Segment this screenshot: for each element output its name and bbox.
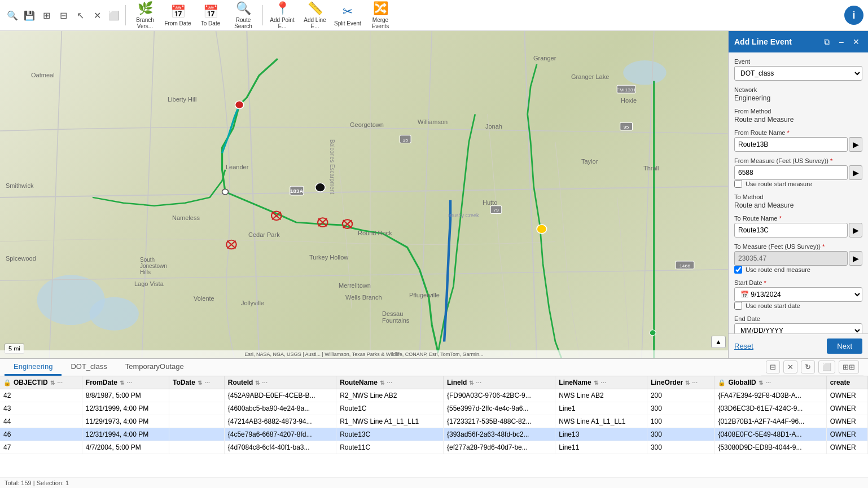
map-label-brush-creek: Brushy Creek xyxy=(448,213,479,218)
sort-lineid[interactable]: ⇅ xyxy=(469,380,474,386)
split-tool-btn[interactable]: ⊟ xyxy=(55,7,71,23)
more-routeid[interactable]: ⋯ xyxy=(262,380,268,386)
panel-restore-btn[interactable]: ⧉ xyxy=(821,36,833,48)
sort-fromdate[interactable]: ⇅ xyxy=(120,380,124,386)
table-container[interactable]: 🔒 OBJECTID ⇅ ⋯ FromDate ⇅ ⋯ ToDate xyxy=(0,376,868,477)
add-line-event-btn[interactable]: 📏 Add Line E... xyxy=(299,2,331,28)
more-objectid[interactable]: ⋯ xyxy=(57,380,63,386)
save-tool-btn[interactable]: 💾 xyxy=(21,7,37,23)
select-tool-btn[interactable]: ↖ xyxy=(72,7,88,23)
reset-btn[interactable]: Reset xyxy=(734,342,753,350)
table-row[interactable]: 474/7/2004, 5:00 PM{4d7084c8-6cf4-40f1-b… xyxy=(0,441,868,454)
filter-btn[interactable]: ⊟ xyxy=(766,360,780,373)
use-route-start-measure-checkbox[interactable] xyxy=(734,180,742,188)
more-todate[interactable]: ⋯ xyxy=(204,380,210,386)
use-route-start-date-label[interactable]: Use route start date xyxy=(746,302,800,309)
attribution-text: Esri, NASA, NGA, USGS | Austi... | Willi… xyxy=(245,351,484,357)
grid-view-btn[interactable]: ⊞⊞ xyxy=(839,360,859,373)
table-row[interactable]: 4312/31/1999, 4:00 PM{4600abc5-ba90-4e24… xyxy=(0,402,868,415)
to-date-btn[interactable]: 📅 To Date xyxy=(195,2,226,28)
table-cell-routename: R1_NWS Line A1_L1_LL1 xyxy=(336,415,444,428)
branch-versions-btn[interactable]: 🌿 Branch Vers... xyxy=(129,2,161,28)
to-route-name-input[interactable] xyxy=(734,223,848,238)
map-label-jonah: Jonah xyxy=(485,123,502,130)
tab-temporary-outage[interactable]: TemporaryOutage xyxy=(116,359,193,376)
route-search-icon: 🔍 xyxy=(236,1,251,16)
panel-minimize-btn[interactable]: – xyxy=(835,36,848,48)
close-tool-btn[interactable]: ✕ xyxy=(89,7,105,23)
to-measure-nav-btn[interactable]: ▶ xyxy=(849,251,862,266)
to-measure-input[interactable] xyxy=(734,251,848,266)
end-date-select[interactable]: MM/DD/YYYY xyxy=(734,323,862,333)
table-cell-id: 43 xyxy=(0,402,82,415)
table-cell-routeid: {4d7084c8-6cf4-40f1-ba3... xyxy=(224,441,336,454)
table-cell-linename: Line1 xyxy=(555,402,647,415)
table-cell-linename: Line13 xyxy=(555,428,647,441)
use-route-start-date-checkbox[interactable] xyxy=(734,302,742,310)
next-btn[interactable]: Next xyxy=(827,338,862,354)
map-container[interactable]: 183A 79 95 35 FM 1331 1466 xyxy=(0,31,728,358)
sort-globalid[interactable]: ⇅ xyxy=(759,380,763,386)
table-row[interactable]: 428/8/1987, 5:00 PM{452A9ABD-E0EF-4CEB-B… xyxy=(0,389,868,402)
table-cell-fromdate: 12/31/1994, 4:00 PM xyxy=(82,428,169,441)
table-cell-fromdate: 8/8/1987, 5:00 PM xyxy=(82,389,169,402)
merge-events-btn[interactable]: 🔀 Merge Events xyxy=(365,2,396,28)
map-label-nameless: Nameless xyxy=(172,214,200,221)
more-globalid[interactable]: ⋯ xyxy=(765,380,771,386)
tab-engineering[interactable]: Engineering xyxy=(5,359,62,376)
tab-dot-class[interactable]: DOT_class xyxy=(62,359,116,376)
table-cell-id: 47 xyxy=(0,441,82,454)
divider-2 xyxy=(262,5,263,25)
split-event-btn[interactable]: ✂ Split Event xyxy=(332,2,363,28)
add-point-event-btn[interactable]: 📍 Add Point E... xyxy=(266,2,298,28)
table-cell-lineorder: 200 xyxy=(647,389,714,402)
export-btn[interactable]: ⬜ xyxy=(818,360,835,373)
panel-close-btn[interactable]: ✕ xyxy=(850,36,862,48)
clear-filter-btn[interactable]: ✕ xyxy=(783,360,797,373)
table-cell-routeid: {47214AB3-6882-4873-94... xyxy=(224,415,336,428)
to-measure-row: To Measure (Feet (US Survey)) ▶ Use rout… xyxy=(734,243,862,274)
more-lineorder[interactable]: ⋯ xyxy=(692,380,698,386)
table-row[interactable]: 4411/29/1973, 4:00 PM{47214AB3-6882-4873… xyxy=(0,415,868,428)
sort-routeid[interactable]: ⇅ xyxy=(255,380,260,386)
more-tool-btn[interactable]: ⬜ xyxy=(106,7,122,23)
start-date-select[interactable]: 📅 9/13/2024 xyxy=(734,287,862,302)
sort-routename[interactable]: ⇅ xyxy=(380,380,384,386)
event-select[interactable]: DOT_class xyxy=(734,66,862,81)
table-row[interactable]: 4612/31/1994, 4:00 PM{4c5e79a6-6687-4207… xyxy=(0,428,868,441)
map-label-volente: Volente xyxy=(194,295,214,302)
to-route-name-nav-btn[interactable]: ▶ xyxy=(849,223,862,238)
from-route-name-nav-btn[interactable]: ▶ xyxy=(849,137,862,152)
map-label-jollyville: Jollyville xyxy=(241,300,264,306)
table-cell-lineorder: 100 xyxy=(647,415,714,428)
more-lineid[interactable]: ⋯ xyxy=(476,380,481,386)
divider-1 xyxy=(125,5,126,25)
use-route-end-measure-label[interactable]: Use route end measure xyxy=(746,266,810,273)
more-linename[interactable]: ⋯ xyxy=(600,380,606,386)
more-fromdate[interactable]: ⋯ xyxy=(126,380,132,386)
start-date-row: Start Date 📅 9/13/2024 Use route start d… xyxy=(734,279,862,310)
from-measure-input[interactable] xyxy=(734,165,848,180)
merge-events-icon: 🔀 xyxy=(373,1,388,16)
table-cell-create: OWNER xyxy=(826,441,867,454)
route-search-btn[interactable]: 🔍 Route Search xyxy=(227,2,259,28)
info-btn[interactable]: i xyxy=(844,6,863,25)
sort-todate[interactable]: ⇅ xyxy=(198,380,202,386)
sort-lineorder[interactable]: ⇅ xyxy=(685,380,690,386)
table-cell-create: OWNER xyxy=(826,402,867,415)
search-tool-btn[interactable]: 🔍 xyxy=(5,7,20,23)
use-route-end-measure-checkbox[interactable] xyxy=(734,266,742,274)
map-expand-btn[interactable]: ▲ xyxy=(711,336,726,348)
sort-objectid[interactable]: ⇅ xyxy=(50,380,55,386)
from-date-btn[interactable]: 📅 From Date xyxy=(162,2,194,28)
grid-tool-btn[interactable]: ⊞ xyxy=(38,7,54,23)
more-routename[interactable]: ⋯ xyxy=(387,380,392,386)
col-header-lineorder: LineOrder ⇅ ⋯ xyxy=(647,376,714,389)
from-measure-nav-btn[interactable]: ▶ xyxy=(849,165,862,180)
right-panel: Add Line Event ⧉ – ✕ Event DOT_class Net… xyxy=(728,31,868,358)
sort-linename[interactable]: ⇅ xyxy=(594,380,598,386)
table-header-row: 🔒 OBJECTID ⇅ ⋯ FromDate ⇅ ⋯ ToDate xyxy=(0,376,868,389)
use-route-start-measure-label[interactable]: Use route start measure xyxy=(746,181,812,187)
from-route-name-input[interactable] xyxy=(734,137,848,152)
refresh-btn[interactable]: ↻ xyxy=(801,360,815,373)
